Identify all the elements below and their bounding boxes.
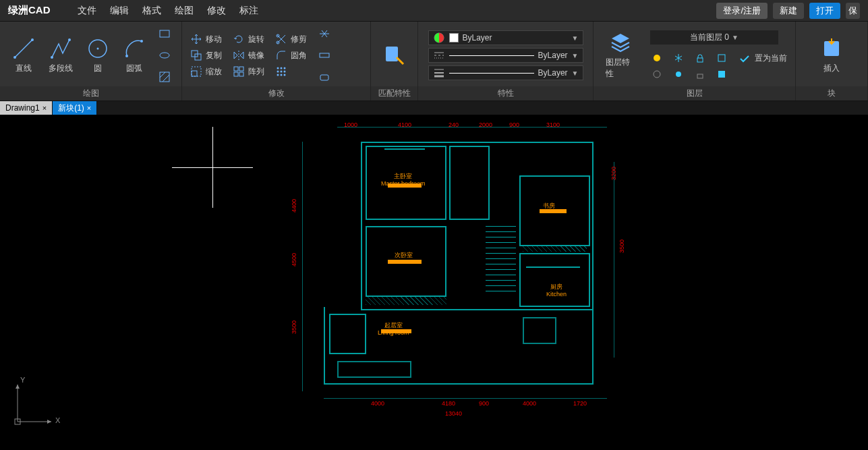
- arc-icon: [123, 37, 146, 60]
- explode-icon: [318, 28, 330, 40]
- tool-setcurrent[interactable]: 置为当前: [736, 51, 790, 66]
- tool-offset[interactable]: 阵列: [230, 64, 267, 79]
- scale-icon: [190, 65, 202, 78]
- layer-on-icon[interactable]: [650, 51, 664, 65]
- tool-trim[interactable]: 修剪: [272, 32, 310, 47]
- tool-match-properties[interactable]: [376, 41, 413, 69]
- tool-insert[interactable]: 插入: [813, 34, 850, 77]
- ellipse-icon: [158, 49, 171, 61]
- tab-drawing1[interactable]: Drawing1 ×: [0, 101, 53, 115]
- fillet-icon: [275, 49, 287, 61]
- svg-rect-21: [239, 72, 243, 76]
- svg-rect-20: [239, 67, 243, 71]
- tool-circle[interactable]: 圆: [80, 34, 116, 77]
- lineweight-dropdown[interactable]: ByLayer ▼: [428, 65, 583, 80]
- svg-line-13: [163, 75, 169, 82]
- tool-polyline[interactable]: 多段线: [42, 34, 80, 77]
- layer-unisolate-icon[interactable]: [715, 67, 728, 81]
- svg-rect-34: [320, 75, 328, 80]
- tool-scale[interactable]: 缩放: [187, 64, 225, 79]
- svg-rect-49: [718, 71, 725, 78]
- panel-draw: 直线 多段线 圆 圆弧 绘图: [0, 22, 182, 101]
- document-tabs: Drawing1 × 新块(1) ×: [0, 101, 868, 115]
- drawing-canvas[interactable]: X Y 1000 4100 240 2000 900 3100 4400 450…: [0, 115, 868, 450]
- svg-point-7: [125, 55, 128, 57]
- panel-block-label: 块: [796, 86, 867, 101]
- layer-lock-icon[interactable]: [693, 51, 707, 65]
- svg-point-10: [160, 53, 169, 58]
- panel-modify: 移动 复制 缩放 旋转 镜像 阵列 修剪 圆角 修改: [182, 22, 371, 101]
- tool-rotate[interactable]: 旋转: [230, 32, 267, 47]
- tool-move[interactable]: 移动: [187, 32, 225, 47]
- hatch-icon: [158, 71, 171, 83]
- panel-layers: 图层特性 当前图层 0 ▼: [594, 22, 796, 101]
- tool-ellipse[interactable]: [156, 47, 173, 63]
- tool-line[interactable]: 直线: [5, 34, 42, 77]
- offset-icon: [233, 65, 245, 78]
- menu-modify[interactable]: 修改: [207, 5, 226, 17]
- svg-rect-11: [160, 72, 169, 82]
- layer-unlock-icon[interactable]: [693, 67, 707, 81]
- svg-point-25: [281, 67, 283, 69]
- svg-rect-33: [320, 53, 329, 57]
- array-icon: [275, 65, 287, 78]
- menu-file[interactable]: 文件: [78, 5, 96, 17]
- titlebar: 绿洲CAD 文件 编辑 格式 绘图 修改 标注 登录/注册 新建 打开 保: [0, 0, 868, 22]
- tool-rectangle[interactable]: [156, 26, 173, 42]
- tab-newblock[interactable]: 新块(1) ×: [53, 101, 97, 115]
- panel-properties: ByLayer ▼ ByLayer ▼ ByLayer ▼ 特性: [418, 22, 594, 101]
- linetype-dropdown[interactable]: ByLayer ▼: [428, 48, 583, 63]
- svg-point-26: [284, 67, 286, 69]
- layer-isolate-icon[interactable]: [715, 51, 728, 65]
- color-wheel-icon: [433, 32, 445, 44]
- svg-rect-46: [697, 58, 703, 62]
- polyline-icon: [49, 37, 72, 60]
- erase-icon: [318, 71, 330, 83]
- layer-thaw-icon[interactable]: [672, 67, 685, 81]
- copy-icon: [190, 49, 202, 61]
- menu-format[interactable]: 格式: [142, 5, 161, 17]
- tool-layer-properties[interactable]: 图层特性: [599, 28, 642, 82]
- layer-freeze-icon[interactable]: [672, 51, 685, 65]
- svg-rect-48: [718, 55, 725, 61]
- login-button[interactable]: 登录/注册: [716, 3, 768, 19]
- new-button[interactable]: 新建: [773, 3, 804, 19]
- layer-off-icon[interactable]: [650, 67, 664, 81]
- menu-annotate[interactable]: 标注: [239, 5, 258, 17]
- tool-mirror[interactable]: 镜像: [230, 48, 267, 63]
- menu-edit[interactable]: 编辑: [110, 5, 129, 17]
- svg-point-30: [277, 74, 279, 76]
- tool-copy[interactable]: 复制: [187, 48, 225, 63]
- svg-point-29: [284, 71, 286, 73]
- close-icon[interactable]: ×: [87, 104, 91, 112]
- layers-icon: [609, 31, 632, 54]
- tool-explode[interactable]: [316, 26, 332, 42]
- main-menu: 文件 编辑 格式 绘图 修改 标注: [78, 5, 717, 17]
- chevron-down-icon: ▼: [572, 52, 579, 59]
- save-button[interactable]: 保: [846, 3, 860, 19]
- tool-fillet[interactable]: 圆角: [272, 48, 310, 63]
- tool-arc[interactable]: 圆弧: [116, 34, 152, 77]
- panel-modify-label: 修改: [182, 86, 370, 101]
- svg-point-6: [97, 47, 99, 49]
- close-icon[interactable]: ×: [42, 104, 47, 112]
- svg-line-12: [160, 72, 165, 78]
- svg-point-2: [31, 38, 34, 41]
- svg-point-27: [277, 71, 279, 73]
- tool-erase[interactable]: [316, 69, 332, 85]
- open-button[interactable]: 打开: [809, 3, 840, 19]
- stretch-icon: [318, 49, 330, 61]
- titlebar-actions: 登录/注册 新建 打开 保: [716, 3, 860, 19]
- tool-hatch[interactable]: [156, 69, 173, 85]
- current-layer-dropdown[interactable]: 当前图层 0 ▼: [650, 30, 778, 45]
- chevron-down-icon: ▼: [732, 34, 739, 41]
- panel-match: 匹配特性: [371, 22, 418, 101]
- color-dropdown[interactable]: ByLayer ▼: [428, 30, 583, 45]
- ribbon: 直线 多段线 圆 圆弧 绘图 移动: [0, 22, 868, 101]
- chevron-down-icon: ▼: [572, 69, 579, 77]
- menu-draw[interactable]: 绘图: [175, 5, 194, 17]
- rotate-icon: [233, 33, 245, 45]
- svg-rect-47: [697, 74, 703, 78]
- tool-stretch[interactable]: [316, 47, 332, 63]
- tool-array[interactable]: [272, 64, 310, 79]
